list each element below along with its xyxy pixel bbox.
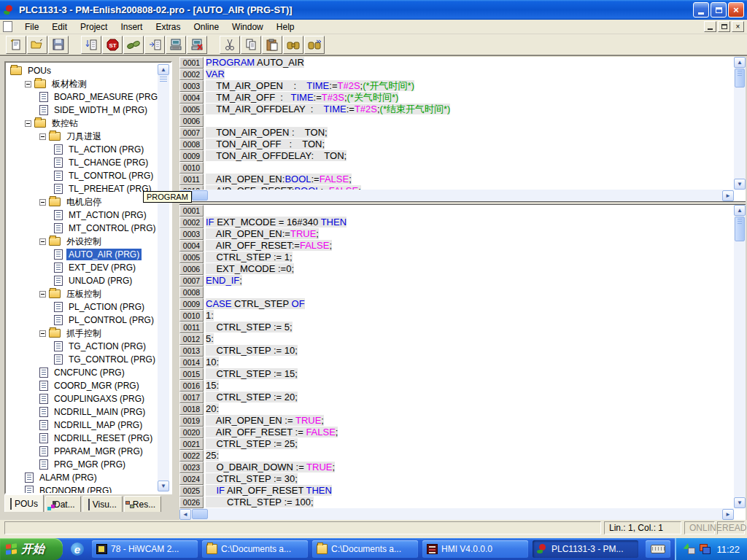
tree-item-label[interactable]: TL_CONTROL (PRG): [66, 170, 155, 182]
tree-item[interactable]: BOARD_MEASURE (PRG): [7, 90, 158, 104]
menu-window[interactable]: Window: [225, 20, 270, 34]
tree-item[interactable]: TL_ACTION (PRG): [7, 143, 158, 156]
tree-item[interactable]: 板材检测: [7, 77, 158, 90]
start-button[interactable]: 开始: [0, 538, 63, 560]
tree-item-label[interactable]: 外设控制: [64, 235, 104, 249]
scroll-right-icon[interactable]: ►: [722, 509, 734, 520]
tree-item-label[interactable]: 压板控制: [64, 287, 104, 301]
tree-item[interactable]: 压板控制: [7, 287, 158, 300]
declaration-line[interactable]: 0008 TON_AIR_OFF : TON;: [179, 139, 734, 150]
scroll-thumb[interactable]: [735, 217, 745, 241]
tree-item[interactable]: 电机启停: [7, 195, 158, 209]
tree-item[interactable]: NCDRILL_MAIN (PRG): [7, 405, 158, 419]
tree-item-label[interactable]: TL_ACTION (PRG): [66, 144, 146, 155]
taskbar-task[interactable]: C:\Documents a...: [202, 540, 308, 558]
tree-item-label[interactable]: 电机启停: [64, 195, 104, 209]
tree-item-label[interactable]: UNLOAD (PRG): [66, 275, 134, 287]
mdi-restore-button[interactable]: [718, 21, 730, 32]
tree-item-label[interactable]: COORD_MGR (PRG): [52, 380, 142, 392]
tree-item[interactable]: 抓手控制: [7, 327, 158, 340]
menu-online[interactable]: Online: [187, 20, 225, 34]
tree-item-label[interactable]: 抓手控制: [64, 327, 104, 341]
tree-item-label[interactable]: TL_PREHEAT (PRG): [66, 183, 154, 195]
tree-item-label[interactable]: POUs: [26, 65, 53, 77]
tab-res[interactable]: Res...: [124, 496, 161, 512]
tree-item[interactable]: PPARAM_MGR (PRG): [7, 445, 158, 458]
tree-item-label[interactable]: EXT_DEV (PRG): [66, 262, 138, 273]
code-line[interactable]: 0017 CTRL_STEP := 20;: [179, 392, 734, 403]
scroll-down-icon[interactable]: ▼: [158, 481, 169, 491]
tree-item[interactable]: COORD_MGR (PRG): [7, 379, 158, 392]
tree-item-label[interactable]: 板材检测: [50, 77, 89, 91]
collapse-icon[interactable]: [25, 81, 31, 88]
code-line[interactable]: 0021 CTRL_STEP := 25;: [179, 438, 734, 450]
scroll-up-icon[interactable]: ▲: [734, 205, 746, 216]
safely-remove-hardware-icon[interactable]: [685, 544, 695, 554]
declaration-line[interactable]: 0011 AIR_OPEN_EN:BOOL:=FALSE;: [179, 174, 734, 185]
find-button[interactable]: [283, 36, 303, 54]
code-line[interactable]: 0004 AIR_OFF_RESET:=FALSE;: [179, 240, 734, 252]
tree-item[interactable]: BCDNORM (PRG): [7, 484, 158, 493]
restore-button[interactable]: [711, 2, 727, 18]
tree-item-label[interactable]: AUTO_AIR (PRG): [66, 249, 142, 260]
tree-item-label[interactable]: NCDRILL_RESET (PRG): [52, 432, 155, 444]
code-line[interactable]: 0002IF EXT_MCODE = 16#340 THEN: [179, 217, 734, 228]
collapse-icon[interactable]: [39, 199, 46, 206]
keyboard-layout-button[interactable]: [646, 540, 670, 558]
paste-button[interactable]: [262, 36, 282, 54]
tree-item[interactable]: TL_CONTROL (PRG): [7, 169, 158, 182]
collapse-icon[interactable]: [39, 238, 46, 245]
code-line[interactable]: 0024 CTRL_STEP := 30;: [179, 473, 734, 485]
tree-item[interactable]: NCDRILL_RESET (PRG): [7, 432, 158, 445]
tree-item-label[interactable]: 刀具进退: [64, 130, 104, 144]
taskbar-task[interactable]: PLC1131-3 - PM...: [533, 540, 638, 558]
mdi-minimize-button[interactable]: [704, 21, 716, 32]
tree-item[interactable]: 数控钻: [7, 117, 158, 130]
declaration-line[interactable]: 0002VAR: [179, 69, 734, 80]
download-button[interactable]: [81, 36, 101, 54]
scroll-up-icon[interactable]: ▲: [158, 64, 169, 75]
tree-item-label[interactable]: CNCFUNC (PRG): [52, 367, 127, 378]
taskbar-task[interactable]: C:\Documents a...: [312, 540, 418, 558]
find-next-button[interactable]: [304, 36, 325, 54]
code-line[interactable]: 0020 AIR_OFF_RESET := FALSE;: [179, 427, 734, 438]
tree-item[interactable]: TL_CHANGE (PRG): [7, 156, 158, 169]
scroll-thumb[interactable]: [158, 75, 169, 126]
code-hscrollbar[interactable]: ◄ ►: [179, 508, 734, 520]
tree-item[interactable]: UNLOAD (PRG): [7, 274, 158, 287]
tree-item[interactable]: PRG_MGR (PRG): [7, 458, 158, 471]
declaration-line[interactable]: 0003 TM_AIR_OPEN : TIME:=T#2S;(*开气时间*): [179, 80, 734, 92]
code-line[interactable]: 0015 CTRL_STEP := 15;: [179, 368, 734, 380]
tree-item[interactable]: 刀具进退: [7, 130, 158, 143]
minimize-button[interactable]: [693, 2, 709, 18]
tree-item[interactable]: POUs: [7, 64, 158, 77]
tree-item[interactable]: SIDE_WIDTH_M (PRG): [7, 104, 158, 117]
tree-item[interactable]: PL_CONTROL (PRG): [7, 314, 158, 327]
code-pane[interactable]: 00010002IF EXT_MCODE = 16#340 THEN0003 A…: [179, 205, 734, 508]
code-vscrollbar[interactable]: ▲ ▼: [734, 205, 746, 508]
collapse-icon[interactable]: [39, 330, 46, 337]
code-line[interactable]: 0026 CTRL_STEP := 100;: [179, 497, 734, 508]
declaration-line[interactable]: 0007 TON_AIR_OPEN : TON;: [179, 127, 734, 139]
tree-item[interactable]: AUTO_AIR (PRG): [7, 248, 158, 261]
scroll-thumb[interactable]: [192, 509, 208, 519]
code-line[interactable]: 0023 O_DBAIR_DOWN := TRUE;: [179, 462, 734, 473]
tree-item-label[interactable]: MT_CONTROL (PRG): [66, 222, 158, 234]
tab-pous[interactable]: POUs: [4, 494, 44, 512]
logout-pc-button[interactable]: [187, 36, 207, 54]
tree-item[interactable]: PL_ACTION (PRG): [7, 300, 158, 314]
menu-insert[interactable]: Insert: [114, 20, 149, 34]
declaration-hscrollbar[interactable]: ◄ ►: [179, 190, 734, 201]
menu-edit[interactable]: Edit: [45, 20, 74, 34]
tree-item-label[interactable]: TG_ACTION (PRG): [66, 341, 148, 352]
declaration-pane[interactable]: 0001PROGRAM AUTO_AIR0002VAR0003 TM_AIR_O…: [179, 57, 734, 190]
new-file-button[interactable]: [6, 36, 26, 54]
declaration-line[interactable]: 0009 TON_AIR_OFFDELAY: TON;: [179, 150, 734, 162]
taskbar-task[interactable]: HMI V4.0.0.0: [422, 540, 528, 558]
declaration-line[interactable]: 0001PROGRAM AUTO_AIR: [179, 57, 734, 69]
code-line[interactable]: 0025 IF AIR_OFF_RESET THEN: [179, 485, 734, 497]
code-line[interactable]: 001615:: [179, 380, 734, 392]
tree-item[interactable]: ALARM (PRG): [7, 471, 158, 484]
tree-item[interactable]: NCDRILL_MAP (PRG): [7, 419, 158, 432]
code-line[interactable]: 0013 CTRL_STEP := 10;: [179, 345, 734, 357]
